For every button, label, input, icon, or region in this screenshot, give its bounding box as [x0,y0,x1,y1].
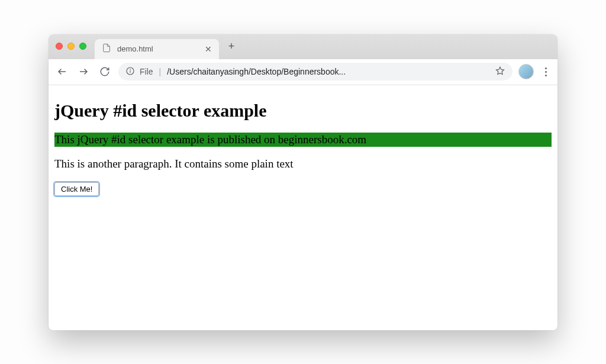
address-bar[interactable]: File | /Users/chaitanyasingh/Desktop/Beg… [118,63,512,80]
bookmark-button[interactable] [495,66,505,78]
url-scheme-label: File [140,67,153,76]
page-heading: jQuery #id selector example [54,101,552,121]
menu-button[interactable] [540,67,552,76]
url-path: /Users/chaitanyasingh/Desktop/Beginnersb… [167,67,490,76]
tab-bar: demo.html ✕ + [49,34,557,59]
profile-avatar[interactable] [518,64,534,79]
toolbar: File | /Users/chaitanyasingh/Desktop/Beg… [49,59,557,85]
click-me-button[interactable]: Click Me! [54,182,99,196]
file-icon [102,43,111,55]
reload-button[interactable] [97,64,112,79]
arrow-right-icon [78,66,89,77]
svg-point-1 [130,69,131,70]
forward-button[interactable] [76,64,91,79]
minimize-window-button[interactable] [67,43,75,50]
close-tab-button[interactable]: ✕ [205,44,212,54]
browser-window: demo.html ✕ + File | /Users/chaitanyasin… [49,34,557,330]
tab-title: demo.html [117,44,199,53]
highlighted-paragraph: This jQuery #id selector example is publ… [54,133,552,147]
page-content: jQuery #id selector example This jQuery … [49,85,557,330]
new-tab-button[interactable]: + [223,38,240,56]
back-button[interactable] [54,64,70,79]
url-separator: | [159,67,162,76]
window-controls [56,43,86,50]
arrow-left-icon [57,66,67,77]
svg-rect-2 [130,70,130,73]
maximize-window-button[interactable] [79,43,86,50]
reload-icon [99,66,110,77]
close-window-button[interactable] [56,43,63,50]
plain-paragraph: This is another paragraph. It contains s… [54,157,552,170]
star-icon [495,66,505,76]
info-icon [125,66,135,78]
browser-tab[interactable]: demo.html ✕ [95,39,219,59]
